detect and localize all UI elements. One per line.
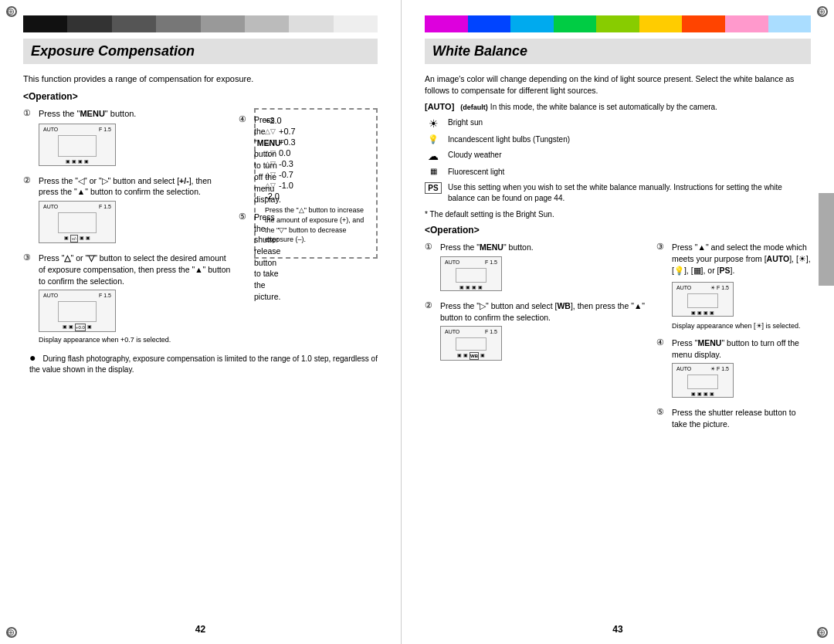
left-step-5: ⑤ Press the shutter release button to ta… (239, 212, 246, 303)
right-camera-4: AUTO☀ F 1.5 ▣▣▣▣ (672, 363, 734, 398)
wb-icon-sun: ☀ (425, 117, 442, 130)
wb-icon-manual: PS (425, 182, 442, 194)
right-color-8 (725, 15, 768, 32)
right-step-2: ② Press the "▷" button and select [WB], … (425, 300, 649, 364)
step-num-2: ② (23, 175, 34, 185)
corner-tl (6, 6, 17, 17)
right-section-title: White Balance (425, 39, 811, 64)
wb-auto-content: (default) In this mode, the white balanc… (460, 102, 717, 113)
corner-br (817, 627, 828, 638)
wb-item-cloudy: ☁ Cloudy weather (425, 150, 811, 162)
right-color-3 (510, 15, 554, 32)
right-camera-2: AUTOF 1.5 ▣▣WB▣ (440, 326, 502, 361)
default-note: * The default setting is the Bright Sun. (425, 210, 811, 219)
wb-item-tungsten: 💡 Incandescent light bulbs (Tungsten) (425, 134, 811, 145)
left-section-title: Exposure Compensation (23, 39, 378, 64)
camera-inner-3 (58, 301, 97, 322)
step-num-5: ⑤ (239, 212, 249, 222)
right-intro: An image's color will change depending o… (425, 73, 811, 96)
color-bar-right (425, 15, 811, 32)
right-step-num-4: ④ (656, 337, 667, 347)
right-camera-step3-row: AUTO☀ F 1.5 ▣▣▣▣ (672, 279, 811, 320)
display-caption-left: Display appearance when +0.7 is selected… (39, 335, 231, 345)
color-block-3 (112, 15, 156, 32)
right-step-3: ③ Press "▲" and select the mode which me… (656, 242, 811, 331)
wb-item-auto: [AUTO] (default) In this mode, the white… (425, 102, 811, 113)
step-content-5: Press the shutter release button to take… (254, 212, 280, 303)
right-page: White Balance An image's color will chan… (402, 0, 834, 644)
camera-display-2: AUTOF 1.5 ▣+/-▣▣ (39, 201, 116, 243)
page-number-left: 42 (195, 624, 205, 635)
right-step-1: ① Press the "MENU" button. AUTOF 1.5 ▣▣▣… (425, 242, 649, 294)
camera-display-1: AUTOF 1.5 ▣▣▣▣ (39, 124, 116, 166)
right-camera-inner-4 (687, 375, 718, 389)
wb-item-manual: PS Use this setting when you wish to set… (425, 182, 811, 204)
step-num-4: ④ (239, 114, 249, 124)
right-color-7 (682, 15, 725, 32)
left-step-4: ④ Press the "MENU" button to turn off th… (239, 114, 246, 205)
wb-icon-tungsten: 💡 (425, 134, 442, 144)
wb-icon-auto: [AUTO] (425, 102, 454, 111)
right-step-content-3: Press "▲" and select the mode which meet… (672, 242, 811, 331)
right-step-num-2: ② (425, 300, 436, 310)
right-op-left: ① Press the "MENU" button. AUTOF 1.5 ▣▣▣… (425, 242, 649, 436)
wb-item-fluorescent: ▦ Fluorescent light (425, 167, 811, 178)
step-content-2: Press the "◁" or "▷" button and select [… (39, 175, 231, 246)
right-step-num-1: ① (425, 242, 436, 252)
display-caption-right: Display appearance when [☀] is selected. (672, 321, 811, 331)
wb-item-sun: ☀ Bright sun (425, 117, 811, 130)
left-operation-content: ① Press the "MENU" button. AUTOF 1.5 ▣▣▣… (23, 108, 378, 351)
color-block-5 (201, 15, 245, 32)
step-content-3: Press "△" or "▽" button to select the de… (39, 253, 231, 345)
step-num-1: ① (23, 108, 34, 118)
color-block-1 (23, 15, 67, 32)
right-color-9 (768, 15, 812, 32)
right-color-1 (425, 15, 468, 32)
right-op-cols: ① Press the "MENU" button. AUTOF 1.5 ▣▣▣… (425, 242, 811, 436)
right-step-5: ⑤ Press the shutter release button to ta… (656, 407, 811, 429)
color-bar-left (23, 15, 378, 32)
camera-inner-2 (58, 212, 97, 233)
color-block-6 (245, 15, 289, 32)
right-step-4: ④ Press "MENU" button to turn off the me… (656, 337, 811, 401)
corner-bl (6, 627, 17, 638)
right-camera-inner-3a (687, 293, 718, 308)
right-step-content-4: Press "MENU" button to turn off the menu… (672, 337, 811, 401)
step-content-4: Press the "MENU" button to turn off the … (254, 114, 283, 205)
step-num-3: ③ (23, 253, 34, 263)
right-step-content-5: Press the shutter release button to take… (672, 407, 811, 429)
right-color-4 (554, 15, 597, 32)
left-page: Exposure Compensation This function prov… (0, 0, 402, 644)
right-step-num-5: ⑤ (656, 407, 667, 417)
corner-tr (817, 6, 828, 17)
left-step-2: ② Press the "◁" or "▷" button and select… (23, 175, 231, 246)
color-block-8 (334, 15, 378, 32)
left-step-3: ③ Press "△" or "▽" button to select the … (23, 253, 231, 345)
color-block-2 (67, 15, 111, 32)
left-operation-header: <Operation> (23, 91, 378, 102)
right-step-num-3: ③ (656, 242, 667, 252)
left-intro: This function provides a range of compen… (23, 73, 378, 85)
right-camera-3a: AUTO☀ F 1.5 ▣▣▣▣ (672, 282, 734, 317)
right-color-2 (468, 15, 511, 32)
wb-items-list: [AUTO] (default) In this mode, the white… (425, 102, 811, 204)
right-camera-inner-2 (456, 337, 486, 351)
color-block-7 (289, 15, 333, 32)
right-operation-header: <Operation> (425, 225, 811, 236)
wb-icon-cloudy: ☁ (425, 150, 442, 162)
page-number-right: 43 (612, 624, 622, 635)
left-step-1: ① Press the "MENU" button. AUTOF 1.5 ▣▣▣… (23, 108, 231, 168)
right-exposure-col: +2.0 △▽+0.7 △▽+0.3 △▽0.0 △▽-0.3 △▽-0.7 △… (239, 108, 378, 351)
right-op-right: ③ Press "▲" and select the mode which me… (656, 242, 811, 436)
right-camera-inner-1 (456, 268, 486, 283)
camera-display-3: AUTOF 1.5 ▣▣+0.0▣ (39, 290, 116, 332)
right-color-5 (596, 15, 639, 32)
bullet-note: ● During flash photography, exposure com… (29, 351, 378, 375)
left-steps-col: ① Press the "MENU" button. AUTOF 1.5 ▣▣▣… (23, 108, 231, 351)
step-content-1: Press the "MENU" button. AUTOF 1.5 ▣▣▣▣ (39, 108, 231, 168)
wb-icon-fluorescent: ▦ (425, 167, 442, 175)
right-step-content-2: Press the "▷" button and select [WB], th… (440, 300, 649, 364)
right-camera-1: AUTOF 1.5 ▣▣▣▣ (440, 256, 502, 291)
camera-inner-1 (58, 135, 97, 157)
color-block-4 (156, 15, 200, 32)
